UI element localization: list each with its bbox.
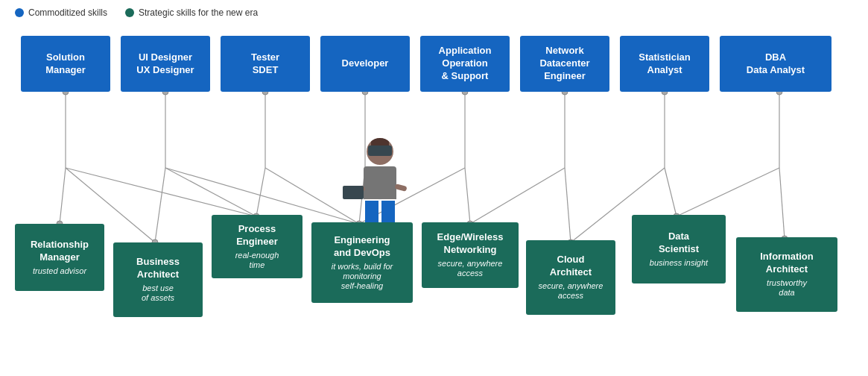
legend: Commoditized skills Strategic skills for… [0, 0, 868, 22]
network-engineer-label: NetworkDatacenterEngineer [539, 45, 589, 83]
box-edge-networking: Edge/WirelessNetworking secure, anywhere… [422, 222, 519, 288]
dba-label: DBAData Analyst [747, 51, 805, 77]
edge-networking-subtitle: secure, anywhereaccess [438, 259, 503, 278]
svg-line-15 [465, 168, 470, 224]
edge-networking-label: Edge/WirelessNetworking [437, 231, 504, 257]
process-engineer-label: ProcessEngineer [236, 223, 278, 248]
data-scientist-label: DataScientist [659, 231, 699, 256]
diagram: SolutionManager UI DesignerUX Designer T… [0, 22, 868, 366]
box-solution-manager: SolutionManager [21, 36, 110, 92]
svg-line-3 [66, 168, 256, 216]
solution-manager-label: SolutionManager [45, 51, 85, 77]
info-architect-label: InformationArchitect [760, 251, 814, 276]
box-tester: TesterSDET [221, 36, 310, 92]
svg-line-6 [165, 168, 256, 216]
box-cloud-architect: CloudArchitect secure, anywhereaccess [526, 240, 615, 315]
svg-line-5 [155, 168, 165, 242]
box-app-operation: ApplicationOperation& Support [420, 36, 510, 92]
box-data-scientist: DataScientist business insight [632, 215, 726, 283]
box-business-architect: BusinessArchitect best useof assets [113, 242, 203, 317]
svg-line-9 [256, 168, 265, 216]
legend-strategic: Strategic skills for the new era [125, 7, 258, 18]
blue-legend-dot [15, 8, 24, 17]
engineering-devops-label: Engineeringand DevOps [334, 234, 390, 260]
legend-commoditized: Commoditized skills [15, 7, 107, 18]
process-engineer-subtitle: real-enoughtime [235, 251, 279, 270]
statistician-label: StatisticianAnalyst [639, 51, 690, 77]
ui-designer-label: UI DesignerUX Designer [136, 51, 194, 77]
info-architect-subtitle: trustworthydata [767, 278, 807, 298]
box-process-engineer: ProcessEngineer real-enoughtime [212, 215, 302, 278]
svg-line-1 [60, 168, 66, 224]
box-network-engineer: NetworkDatacenterEngineer [520, 36, 609, 92]
business-architect-label: BusinessArchitect [136, 256, 180, 281]
tester-label: TesterSDET [251, 51, 279, 77]
svg-line-24 [779, 168, 785, 239]
box-statistician: StatisticianAnalyst [620, 36, 709, 92]
box-developer: Developer [320, 36, 410, 92]
person-figure [364, 138, 396, 235]
green-legend-dot [125, 8, 134, 17]
legend-strategic-label: Strategic skills for the new era [139, 7, 258, 18]
svg-line-20 [665, 168, 677, 216]
developer-label: Developer [342, 57, 389, 70]
data-scientist-subtitle: business insight [650, 258, 708, 268]
box-ui-designer: UI DesignerUX Designer [121, 36, 210, 92]
cloud-architect-subtitle: secure, anywhereaccess [539, 281, 604, 301]
box-info-architect: InformationArchitect trustworthydata [736, 237, 837, 312]
box-relationship-manager: RelationshipManager trusted advisor [15, 224, 104, 291]
relationship-manager-label: RelationshipManager [31, 239, 89, 264]
box-engineering-devops: Engineeringand DevOps it works, build fo… [311, 222, 413, 303]
app-operation-label: ApplicationOperation& Support [439, 45, 492, 83]
svg-line-18 [565, 168, 571, 242]
svg-line-17 [470, 168, 565, 224]
svg-line-23 [677, 168, 779, 216]
engineering-devops-subtitle: it works, build formonitoringself-healin… [332, 262, 393, 292]
box-dba: DBAData Analyst [720, 36, 831, 92]
legend-commoditized-label: Commoditized skills [28, 7, 107, 18]
relationship-manager-subtitle: trusted advisor [33, 266, 86, 276]
cloud-architect-label: CloudArchitect [550, 254, 592, 279]
business-architect-subtitle: best useof assets [142, 283, 174, 303]
